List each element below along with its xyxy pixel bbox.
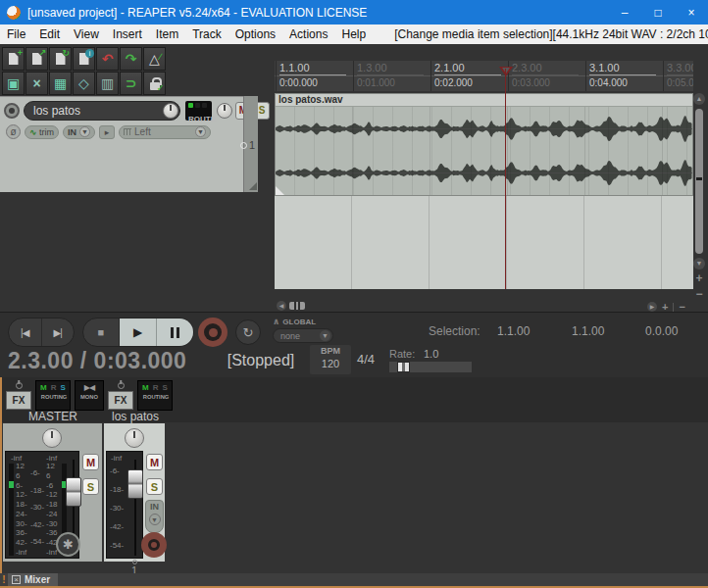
scroll-down-icon[interactable]: ▼ (693, 258, 705, 270)
audio-status: [44.1kHz 24bit WAV : 2/2ch 1024spls ~0.0… (553, 27, 708, 41)
horizontal-scrollbar[interactable]: ◀ ◀ ▶ + − (0, 300, 708, 312)
track-record-arm-button[interactable] (141, 532, 167, 558)
timeline-ruler[interactable]: 1.1.000:00.0001.3.000:01.0002.1.000:02.0… (275, 61, 693, 91)
go-to-end-button[interactable]: ▶| (41, 318, 75, 346)
db-scale-label: 6- (16, 482, 30, 490)
zoom-in-vertical-button[interactable]: + (693, 271, 705, 285)
pan-knob[interactable] (217, 103, 232, 119)
play-button[interactable]: ▶ (119, 318, 157, 346)
item-edit-mode-icon[interactable]: ▣ (2, 72, 25, 95)
selection-length[interactable]: 0.0.00 (645, 324, 678, 338)
mixer-panel: FX M R S ROUTING ▶◀ MONO MASTER FX (0, 377, 708, 573)
track-fx-button[interactable]: FX (108, 380, 133, 411)
tcp-edge-strip[interactable]: 1 (243, 96, 258, 192)
scroll-left-icon[interactable]: ◀ (277, 301, 286, 311)
record-input-button[interactable]: IN▼ (63, 125, 95, 139)
track-name-field[interactable]: los patos (24, 101, 180, 121)
route-button[interactable]: ROUTE (185, 101, 212, 121)
record-arm-button[interactable] (4, 103, 20, 119)
edit-cursor-marker[interactable] (499, 67, 513, 76)
undo-icon[interactable]: ↶ (96, 47, 119, 71)
global-automation-control[interactable]: ∧GLOBAL none▼ (273, 317, 333, 343)
fade-in-handle[interactable] (276, 186, 284, 195)
master-routing-button[interactable]: M R S ROUTING (35, 380, 71, 411)
master-fader[interactable] (66, 477, 81, 507)
vertical-scrollbar[interactable]: ▲ ▼ + − (692, 93, 706, 307)
pause-button[interactable] (156, 318, 193, 346)
selection-start[interactable]: 1.1.00 (497, 324, 530, 338)
master-pan-knob[interactable] (42, 428, 62, 448)
bpm-control[interactable]: BPM 120 (310, 345, 351, 374)
track-strip-name[interactable]: los patos (104, 410, 167, 423)
master-fx-button[interactable]: FX (6, 380, 31, 411)
menu-item-view[interactable]: View (67, 24, 106, 44)
project-settings-icon[interactable]: i (73, 47, 95, 71)
master-channel-strip[interactable]: -inf -inf 1266-12-18-24-30-36-42--inf -6… (3, 423, 102, 562)
window-titlebar[interactable]: [unsaved project] - REAPER v5.24/x64 - E… (0, 0, 708, 24)
arrange-view[interactable]: 1.1.000:00.0001.3.000:01.0002.1.000:02.0… (275, 61, 693, 289)
track-routing-button[interactable]: M R S ROUTING (137, 380, 173, 411)
master-mono-button[interactable]: ▶◀ MONO (75, 380, 104, 411)
track-control-panel[interactable]: los patos ROUTE M S FX ø ∿ trim IN▼ ▸ (0, 96, 243, 192)
crossfade-icon[interactable]: × (25, 72, 48, 95)
reaper-logo-icon (7, 6, 21, 20)
monitor-button[interactable]: ▸ (99, 125, 115, 139)
mixer-docker-tab[interactable]: × Mixer (8, 573, 58, 586)
vertical-scroll-thumb[interactable] (695, 109, 703, 254)
menu-item-help[interactable]: Help (334, 24, 373, 44)
go-to-start-button[interactable]: |◀ (9, 318, 41, 346)
save-project-icon[interactable]: ↻ (49, 47, 72, 71)
close-docker-icon[interactable]: × (12, 575, 21, 584)
menu-item-actions[interactable]: Actions (282, 24, 334, 44)
menu-item-insert[interactable]: Insert (106, 24, 149, 44)
redo-icon[interactable]: ↷ (120, 47, 142, 71)
rate-slider-thumb[interactable] (397, 362, 410, 372)
track-solo-button[interactable]: S (146, 478, 163, 495)
grid-icon[interactable]: ▥ (96, 72, 119, 95)
metronome-icon[interactable]: △∕ (143, 47, 166, 71)
menu-item-edit[interactable]: Edit (32, 24, 67, 44)
playback-position[interactable]: 2.3.00 / 0:03.000 (8, 348, 186, 374)
master-solo-button[interactable]: S (82, 478, 99, 495)
rate-value[interactable]: 1.0 (424, 348, 438, 360)
track-input-button[interactable]: IN ▼ (145, 500, 164, 533)
repeat-button[interactable]: ↻ (235, 319, 261, 345)
menu-item-track[interactable]: Track (185, 24, 228, 44)
time-signature[interactable]: 4/4 (357, 352, 375, 367)
track-fader[interactable] (127, 469, 143, 499)
open-project-icon[interactable]: ↗ (25, 47, 48, 71)
zoom-out-vertical-button[interactable]: − (693, 287, 705, 301)
input-select[interactable]: Left ▼ (119, 125, 211, 139)
arrange-empty-area[interactable] (275, 196, 693, 289)
track-mute-button[interactable]: M (146, 454, 163, 470)
record-button[interactable] (198, 318, 228, 347)
track-pan-knob[interactable] (125, 428, 144, 448)
panel-resize-grip[interactable] (249, 182, 257, 190)
stop-button[interactable]: ■ (83, 318, 119, 346)
edit-cursor-line (505, 69, 506, 289)
rate-slider[interactable] (389, 362, 472, 372)
media-item[interactable]: los patos.wav (275, 93, 693, 196)
menu-item-file[interactable]: File (0, 24, 32, 44)
gear-icon[interactable]: ✱ (56, 532, 80, 557)
phase-button[interactable]: ø (6, 124, 21, 139)
scroll-right-icon[interactable]: ▶ (647, 302, 657, 312)
ripple-edit-icon[interactable]: ⊃ (120, 72, 142, 95)
lock-icon[interactable]: ✓ (143, 72, 166, 95)
close-button[interactable]: × (675, 0, 708, 24)
master-strip-name[interactable]: MASTER (2, 410, 104, 423)
envelope-points-icon[interactable]: ◇ (73, 72, 95, 95)
track-channel-strip[interactable]: -inf -6--18--30--42--54- M S IN ▼ (104, 423, 165, 562)
menu-item-item[interactable]: Item (149, 24, 185, 44)
minimize-button[interactable]: – (608, 0, 641, 24)
envelope-trim-button[interactable]: ∿ trim (25, 125, 59, 139)
snap-grid-icon[interactable]: ▦ (49, 72, 72, 95)
horizontal-scroll-thumb[interactable] (289, 302, 305, 310)
master-mute-button[interactable]: M (82, 454, 99, 470)
new-project-icon[interactable]: + (2, 47, 25, 71)
selection-end[interactable]: 1.1.00 (572, 324, 604, 338)
volume-knob[interactable] (163, 103, 178, 119)
maximize-button[interactable]: □ (641, 0, 675, 24)
menu-item-options[interactable]: Options (228, 24, 282, 44)
scroll-up-icon[interactable]: ▲ (693, 93, 705, 105)
